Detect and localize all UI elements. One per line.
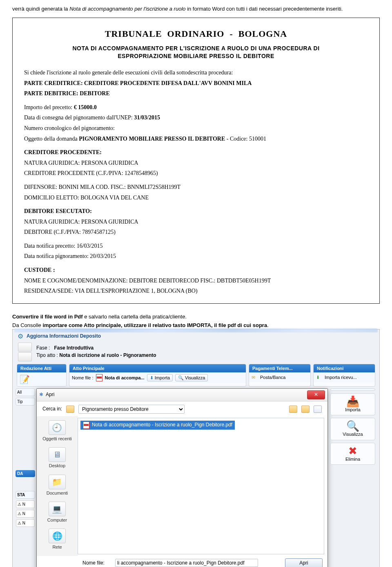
selected-file[interactable]: Nota di accompagnamento - Iscrizione a r… [80,421,235,430]
download-icon: ⬇ [316,374,320,380]
dialog-title: Apri [46,392,307,398]
stub: Tip [16,398,35,406]
doc-line: NATURA GIURIDICA: PERSONA GIURIDICA [24,218,368,226]
pdf-icon [96,374,102,381]
pdf-icon [83,421,89,429]
warn-stub: ⚠ N [16,510,35,518]
doc-line: PARTE DEBITRICE: DEBITORE [24,90,368,98]
doc-line: CREDITORE PROCEDENTE: [24,148,368,157]
importa-button[interactable]: ⬇Importa [147,374,173,381]
import-icon: 📥 [346,396,359,407]
doc-heading-nota: NOTA DI ACCOMPAGNAMENTO PER L'ISCRIZIONE… [24,45,368,61]
cerca-in-label: Cerca in: [42,406,62,412]
place-recent[interactable]: 🕘Oggetti recenti [42,420,72,441]
app-title: Aggiorna Informazioni Deposito [27,333,101,340]
close-button[interactable]: ✕ [307,390,325,399]
panel-header: Atto Principale [69,364,246,372]
stub [330,388,375,391]
gear-icon: ⚙ [17,333,24,340]
warn-stub: ⚠ N [16,519,35,527]
stub: STA [16,491,35,499]
doc-line: Numero cronologico del pignoramento: [24,124,368,132]
place-network[interactable]: 🌐Rete [49,529,66,550]
nome-file-value: Nota di accompa... [105,375,145,381]
visualizza-button[interactable]: 🔍Visualizza [175,374,208,381]
nome-file-label: Nome file : [72,375,94,381]
view-menu-icon[interactable] [314,406,322,413]
right-action-bar: 📥Importa 🔍Visualizza ✖Elimina ✉Esporta B… [330,388,375,567]
new-folder-icon[interactable] [301,406,310,413]
step-icons [17,343,33,361]
panel-notificazioni: Notificazioni ⬇Importa ricevu... [313,364,375,387]
place-documents[interactable]: 📁Documenti [47,475,68,496]
fase-label: Fase : [36,345,50,351]
fase-value: Fase Introduttiva [54,345,94,351]
stub: All [16,388,35,396]
doc-heading-tribunale: TRIBUNALE ORDINARIO - BOLOGNA [24,28,368,40]
doc-line: Si chiede l'iscrizione al ruolo generale… [24,69,368,77]
place-desktop[interactable]: 🖥Desktop [49,447,66,468]
panel-header: Pagamenti Telem... [249,364,310,372]
place-computer[interactable]: 💻Computer [47,502,67,523]
sparkle-icon: ✱ [39,392,43,398]
doc-line: DEBITORE (C.F./PIVA: 78974587125) [24,228,368,236]
doc-line: DEBITORE ESECUTATO: [24,207,368,215]
view-icon: 🔍 [346,421,359,431]
panel-pagamenti: Pagamenti Telem... ✉Posta/Banca [249,364,311,387]
doc-line: Importo del precetto: € 15000.0 [24,103,368,112]
panel-header: Notificazioni [314,364,375,372]
panel-atto-principale: Atto Principale Nome file : Nota di acco… [69,364,246,387]
nome-file-input[interactable] [115,559,258,567]
doc-line: DIFENSORE: BONINI MILA COD. FISC.: BNNML… [24,183,368,191]
panel-header: Redazione Atti [17,364,66,372]
consolle-app-window: ⚙ Aggiorna Informazioni Deposito Fase : … [12,329,380,567]
delete-icon: ✖ [348,446,357,456]
cerca-in-select[interactable]: Pignoramento presso Debitore [78,405,185,414]
importa-ricevute-button[interactable]: Importa ricevu... [322,374,359,381]
import-icon: ⬇ [150,375,154,381]
doc-line: CREDITORE PROCEDENTE (C.F./PIVA: 1247854… [24,169,368,177]
left-column-fragments: All Tip DA STA ⚠ N ⚠ N ⚠ N [17,388,34,567]
doc-line: DOMICILIO ELETTO: BOLOGNA VIA DEL CANE [24,194,368,202]
doc-line: CUSTODE : [24,266,368,274]
places-bar: 🕘Oggetti recenti 🖥Desktop 📁Documenti 💻Co… [37,416,78,556]
intro-text: verrà quindi generata la Nota di accompa… [12,6,380,12]
doc-line: Data notifica precetto: 16/03/2015 [24,242,368,250]
doc-line: Oggetto della domanda PIGNORAMENTO MOBIL… [24,135,368,143]
doc-line: NATURA GIURIDICA: PERSONA GIURIDICA [24,159,368,167]
instruction-import: Da Consolle importare come Atto principa… [12,322,380,328]
panel-redazione-atti: Redazione Atti 📝 [17,364,67,387]
doc-line: PARTE CREDITRICE: CREDITORE PROCEDENTE D… [24,79,368,87]
visualizza-side-button[interactable]: 🔍Visualizza [330,418,375,440]
doc-line: Data di consegna del pignoramento dall'U… [24,114,368,122]
word-document-preview: TRIBUNALE ORDINARIO - BOLOGNA NOTA DI AC… [12,18,380,304]
apri-button[interactable]: Apri [285,558,323,567]
instruction-convert: Convertire il file word in Pdf e salvarl… [12,314,380,320]
posta-banca-button[interactable]: Posta/Banca [258,374,288,381]
up-folder-icon[interactable] [289,406,297,413]
stub: DA [16,470,35,477]
doc-line: Data notifica pignoramento: 20/03/2015 [24,252,368,260]
tipo-atto-label: Tipo atto : [36,352,58,358]
eye-icon: 🔍 [178,375,184,381]
mail-icon: ✉ [252,374,255,380]
warn-stub: ⚠ N [16,500,35,508]
file-open-dialog: ✱ Apri ✕ Cerca in: Pignoramento presso D… [36,388,328,567]
file-list-area[interactable]: Nota di accompagnamento - Iscrizione a r… [78,418,324,554]
importa-side-button[interactable]: 📥Importa [330,393,375,415]
folder-icon [66,406,74,413]
word-icon[interactable]: 📝 [20,374,30,385]
tipo-atto-value: Nota di iscrizione al ruolo - Pignoramen… [59,352,156,358]
nome-file-label: Nome file: [82,560,111,567]
doc-line: NOME E COGNOME/DENOMINAZIONE: DEBITORE D… [24,277,368,285]
doc-line: RESIDENZA/SEDE: VIA DELL'ESPROPRIAZIONE … [24,287,368,295]
selected-file-name: Nota di accompagnamento - Iscrizione a r… [92,422,232,428]
elimina-side-button[interactable]: ✖Elimina [330,443,375,465]
